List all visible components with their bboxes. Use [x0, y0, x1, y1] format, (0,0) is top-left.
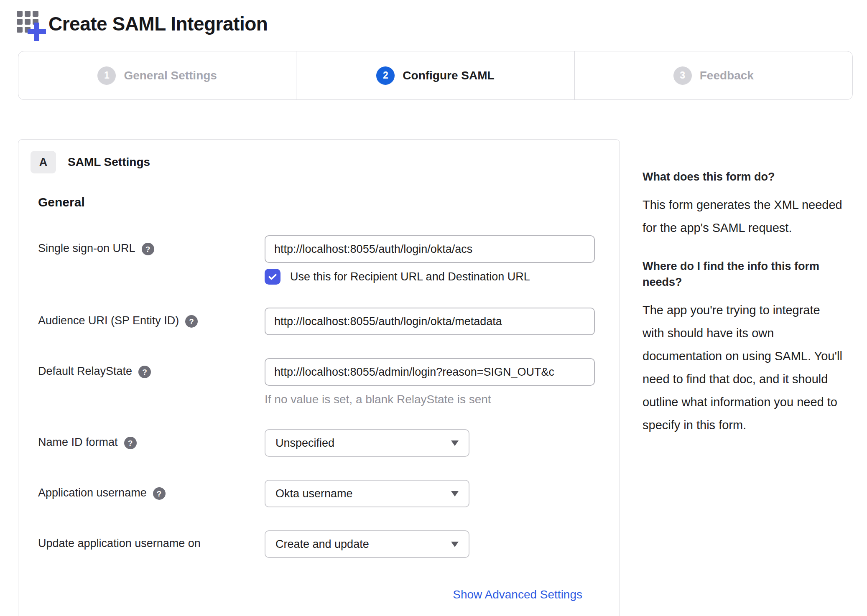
page-header: Create SAML Integration	[17, 7, 867, 41]
audience-uri-control	[265, 308, 595, 335]
content-area: A SAML Settings General Single sign-on U…	[18, 139, 867, 616]
update-username-value: Create and update	[275, 538, 369, 551]
recipient-url-checkbox[interactable]	[265, 269, 280, 285]
step-2-number-badge: 2	[376, 66, 395, 85]
step-1-label: General Settings	[124, 69, 217, 82]
sso-url-input[interactable]	[265, 235, 595, 263]
section-title: SAML Settings	[68, 155, 150, 169]
saml-form: Single sign-on URL Use this for Recipien…	[31, 235, 602, 601]
update-username-label: Update application username on	[38, 537, 201, 550]
step-3-number-badge: 3	[673, 66, 692, 85]
name-id-format-label: Name ID format	[38, 436, 118, 449]
application-username-value: Okta username	[275, 487, 353, 500]
name-id-format-select[interactable]: Unspecified	[265, 429, 469, 457]
recipient-url-checkbox-label: Use this for Recipient URL and Destinati…	[290, 270, 530, 283]
chevron-down-icon	[451, 440, 459, 446]
name-id-format-label-wrap: Name ID format	[38, 429, 265, 457]
advanced-settings-row: Show Advanced Settings	[38, 588, 582, 601]
application-username-help-icon[interactable]	[153, 487, 166, 500]
relay-state-control: If no value is set, a blank RelayState i…	[265, 358, 595, 406]
step-3-label: Feedback	[700, 69, 754, 82]
step-general-settings[interactable]: 1 General Settings	[18, 51, 296, 99]
form-row-update-username: Update application username on Create an…	[38, 530, 602, 558]
help-sidebar: What does this form do? This form genera…	[643, 139, 847, 456]
sidebar-paragraph-where: The app you're trying to integrate with …	[643, 299, 842, 437]
audience-uri-input[interactable]	[265, 308, 595, 335]
form-row-relay-state: Default RelayState If no value is set, a…	[38, 358, 602, 406]
step-configure-saml[interactable]: 2 Configure SAML	[296, 51, 574, 99]
section-letter-badge: A	[31, 151, 56, 173]
name-id-format-control: Unspecified	[265, 429, 469, 457]
update-username-label-wrap: Update application username on	[38, 530, 265, 558]
relay-state-label: Default RelayState	[38, 365, 132, 378]
sidebar-heading-what: What does this form do?	[643, 169, 831, 185]
relay-state-input[interactable]	[265, 358, 595, 386]
form-row-name-id-format: Name ID format Unspecified	[38, 429, 602, 457]
update-username-select[interactable]: Create and update	[265, 530, 469, 558]
audience-uri-label-wrap: Audience URI (SP Entity ID)	[38, 308, 265, 335]
audience-uri-help-icon[interactable]	[185, 315, 198, 328]
sidebar-paragraph-what: This form generates the XML needed for t…	[643, 193, 842, 239]
application-username-label: Application username	[38, 486, 147, 499]
group-heading-general: General	[38, 195, 602, 209]
chevron-down-icon	[451, 542, 459, 547]
step-1-number-badge: 1	[97, 66, 116, 85]
application-username-label-wrap: Application username	[38, 480, 265, 507]
step-feedback[interactable]: 3 Feedback	[574, 51, 852, 99]
page-title: Create SAML Integration	[48, 13, 268, 35]
form-row-sso-url: Single sign-on URL Use this for Recipien…	[38, 235, 602, 285]
show-advanced-settings-link[interactable]: Show Advanced Settings	[453, 588, 582, 601]
relay-state-help-icon[interactable]	[138, 366, 151, 378]
relay-state-label-wrap: Default RelayState	[38, 358, 265, 406]
grid-plus-icon	[17, 7, 47, 41]
sso-url-label: Single sign-on URL	[38, 242, 135, 255]
sidebar-heading-where: Where do I find the info this form needs…	[643, 259, 831, 290]
recipient-url-checkbox-row: Use this for Recipient URL and Destinati…	[265, 269, 595, 285]
application-username-control: Okta username	[265, 480, 469, 507]
name-id-format-value: Unspecified	[275, 437, 334, 450]
audience-uri-label: Audience URI (SP Entity ID)	[38, 314, 179, 327]
section-header: A SAML Settings	[31, 151, 602, 173]
relay-state-helper-text: If no value is set, a blank RelayState i…	[265, 393, 595, 406]
application-username-select[interactable]: Okta username	[265, 480, 469, 507]
wizard-stepper: 1 General Settings 2 Configure SAML 3 Fe…	[18, 51, 853, 100]
plus-icon	[28, 23, 46, 41]
chevron-down-icon	[451, 491, 459, 496]
step-2-label: Configure SAML	[403, 69, 494, 82]
form-row-audience-uri: Audience URI (SP Entity ID)	[38, 308, 602, 335]
sso-url-control: Use this for Recipient URL and Destinati…	[265, 235, 595, 285]
form-row-application-username: Application username Okta username	[38, 480, 602, 507]
saml-settings-card: A SAML Settings General Single sign-on U…	[18, 139, 620, 616]
update-username-control: Create and update	[265, 530, 469, 558]
name-id-format-help-icon[interactable]	[124, 437, 137, 449]
sso-url-help-icon[interactable]	[142, 243, 154, 255]
sso-url-label-wrap: Single sign-on URL	[38, 235, 265, 285]
checkmark-icon	[267, 271, 278, 282]
